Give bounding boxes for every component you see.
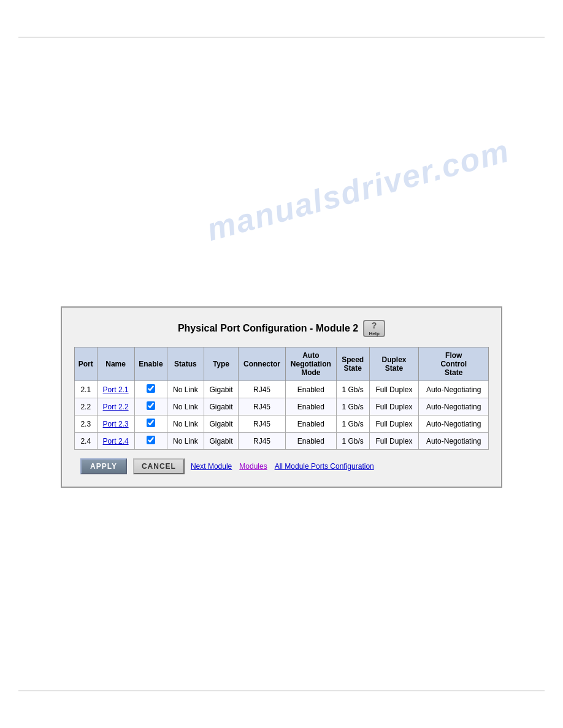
- enable-checkbox[interactable]: [147, 384, 155, 393]
- port-link[interactable]: Port 2.3: [103, 420, 129, 428]
- panel: Physical Port Configuration - Module 2 ?…: [61, 306, 502, 488]
- cell-enable[interactable]: [134, 398, 167, 415]
- all-module-link[interactable]: All Module Ports Configuration: [275, 462, 374, 471]
- bottom-divider: [18, 691, 545, 691]
- cell-status: No Link: [167, 398, 204, 415]
- cell-type: Gigabit: [204, 415, 239, 433]
- cell-auto-neg: Enabled: [285, 415, 336, 433]
- cell-type: Gigabit: [204, 398, 239, 415]
- cell-connector: RJ45: [239, 433, 285, 450]
- port-link[interactable]: Port 2.4: [103, 437, 129, 446]
- cell-port: 2.4: [75, 433, 98, 450]
- cancel-button[interactable]: CANCEL: [133, 458, 185, 474]
- cell-flow: Auto-Negotiating: [419, 381, 489, 398]
- cell-port: 2.1: [75, 381, 98, 398]
- cell-port: 2.2: [75, 398, 98, 415]
- cell-speed: 1 Gb/s: [336, 415, 369, 433]
- cell-speed: 1 Gb/s: [336, 433, 369, 450]
- apply-button[interactable]: APPLY: [80, 458, 127, 474]
- cell-enable[interactable]: [134, 433, 167, 450]
- cell-name: Port 2.3: [97, 415, 134, 433]
- cell-name: Port 2.4: [97, 433, 134, 450]
- help-icon: ?: [372, 320, 377, 330]
- ports-table: Port Name Enable Status Type Connector A…: [74, 347, 489, 450]
- cell-type: Gigabit: [204, 381, 239, 398]
- cell-auto-neg: Enabled: [285, 398, 336, 415]
- cell-duplex: Full Duplex: [369, 381, 419, 398]
- modules-link[interactable]: Modules: [239, 462, 267, 471]
- cell-connector: RJ45: [239, 398, 285, 415]
- help-button[interactable]: ? Help: [363, 320, 385, 337]
- col-auto-neg: AutoNegotiationMode: [285, 347, 336, 381]
- cell-enable[interactable]: [134, 381, 167, 398]
- page-title: Physical Port Configuration - Module 2: [178, 323, 358, 334]
- enable-checkbox[interactable]: [147, 436, 155, 444]
- cell-speed: 1 Gb/s: [336, 381, 369, 398]
- enable-checkbox[interactable]: [147, 401, 155, 410]
- help-label: Help: [369, 331, 379, 336]
- col-status: Status: [167, 347, 204, 381]
- table-row: 2.1 Port 2.1 No Link Gigabit RJ45 Enable…: [75, 381, 489, 398]
- cell-flow: Auto-Negotiating: [419, 415, 489, 433]
- cell-auto-neg: Enabled: [285, 433, 336, 450]
- cell-flow: Auto-Negotiating: [419, 433, 489, 450]
- cell-name: Port 2.1: [97, 381, 134, 398]
- cell-status: No Link: [167, 415, 204, 433]
- col-enable: Enable: [134, 347, 167, 381]
- cell-name: Port 2.2: [97, 398, 134, 415]
- cell-status: No Link: [167, 433, 204, 450]
- cell-speed: 1 Gb/s: [336, 398, 369, 415]
- cell-duplex: Full Duplex: [369, 398, 419, 415]
- nav-links: Next Module Modules All Module Ports Con…: [191, 462, 374, 471]
- table-row: 2.4 Port 2.4 No Link Gigabit RJ45 Enable…: [75, 433, 489, 450]
- col-port: Port: [75, 347, 98, 381]
- panel-title: Physical Port Configuration - Module 2 ?…: [74, 320, 489, 337]
- page-content: Physical Port Configuration - Module 2 ?…: [18, 49, 545, 679]
- cell-duplex: Full Duplex: [369, 415, 419, 433]
- table-row: 2.3 Port 2.3 No Link Gigabit RJ45 Enable…: [75, 415, 489, 433]
- col-flow: FlowControlState: [419, 347, 489, 381]
- port-link[interactable]: Port 2.1: [103, 385, 129, 394]
- col-type: Type: [204, 347, 239, 381]
- col-duplex: DuplexState: [369, 347, 419, 381]
- cell-status: No Link: [167, 381, 204, 398]
- col-connector: Connector: [239, 347, 285, 381]
- cell-flow: Auto-Negotiating: [419, 398, 489, 415]
- port-link[interactable]: Port 2.2: [103, 403, 129, 411]
- cell-type: Gigabit: [204, 433, 239, 450]
- cell-connector: RJ45: [239, 415, 285, 433]
- cell-auto-neg: Enabled: [285, 381, 336, 398]
- actions-row: APPLY CANCEL Next Module Modules All Mod…: [74, 458, 489, 474]
- enable-checkbox[interactable]: [147, 419, 155, 427]
- table-header-row: Port Name Enable Status Type Connector A…: [75, 347, 489, 381]
- top-divider: [18, 37, 545, 37]
- next-module-link[interactable]: Next Module: [191, 462, 232, 471]
- table-row: 2.2 Port 2.2 No Link Gigabit RJ45 Enable…: [75, 398, 489, 415]
- cell-port: 2.3: [75, 415, 98, 433]
- col-name: Name: [97, 347, 134, 381]
- cell-duplex: Full Duplex: [369, 433, 419, 450]
- cell-connector: RJ45: [239, 381, 285, 398]
- cell-enable[interactable]: [134, 415, 167, 433]
- col-speed: SpeedState: [336, 347, 369, 381]
